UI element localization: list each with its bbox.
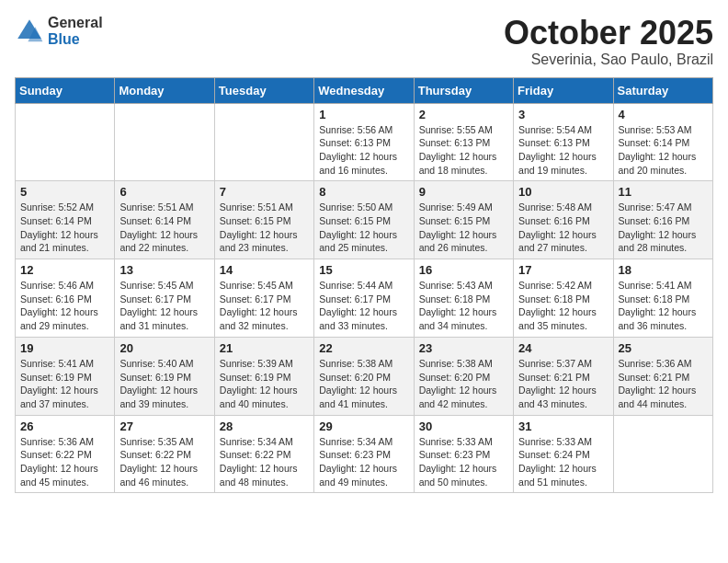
day-number: 16 bbox=[419, 263, 508, 277]
calendar-week-row: 5Sunrise: 5:52 AMSunset: 6:14 PMDaylight… bbox=[16, 181, 713, 259]
day-info: Sunrise: 5:51 AMSunset: 6:15 PMDaylight:… bbox=[220, 201, 309, 255]
table-row: 27Sunrise: 5:35 AMSunset: 6:22 PMDayligh… bbox=[115, 415, 214, 493]
day-number: 15 bbox=[319, 263, 408, 277]
table-row: 7Sunrise: 5:51 AMSunset: 6:15 PMDaylight… bbox=[214, 181, 313, 259]
calendar-body: 1Sunrise: 5:56 AMSunset: 6:13 PMDaylight… bbox=[16, 103, 713, 493]
table-row: 17Sunrise: 5:42 AMSunset: 6:18 PMDayligh… bbox=[514, 259, 613, 338]
header-monday: Monday bbox=[115, 77, 214, 103]
day-info: Sunrise: 5:33 AMSunset: 6:24 PMDaylight:… bbox=[518, 435, 608, 489]
table-row: 15Sunrise: 5:44 AMSunset: 6:17 PMDayligh… bbox=[314, 259, 414, 338]
day-info: Sunrise: 5:56 AMSunset: 6:13 PMDaylight:… bbox=[319, 123, 408, 178]
table-row: 22Sunrise: 5:38 AMSunset: 6:20 PMDayligh… bbox=[314, 337, 414, 415]
day-number: 14 bbox=[220, 263, 309, 277]
day-number: 18 bbox=[619, 263, 708, 277]
day-number: 12 bbox=[20, 263, 109, 277]
day-number: 7 bbox=[220, 185, 309, 199]
table-row: 16Sunrise: 5:43 AMSunset: 6:18 PMDayligh… bbox=[414, 259, 513, 338]
day-info: Sunrise: 5:54 AMSunset: 6:13 PMDaylight:… bbox=[518, 123, 608, 178]
day-info: Sunrise: 5:43 AMSunset: 6:18 PMDaylight:… bbox=[419, 279, 508, 333]
days-of-week-row: Sunday Monday Tuesday Wednesday Thursday… bbox=[16, 77, 713, 103]
day-info: Sunrise: 5:55 AMSunset: 6:13 PMDaylight:… bbox=[419, 123, 508, 178]
day-number: 10 bbox=[518, 185, 608, 199]
day-number: 6 bbox=[119, 185, 209, 199]
day-info: Sunrise: 5:42 AMSunset: 6:18 PMDaylight:… bbox=[518, 279, 608, 333]
day-number: 4 bbox=[619, 108, 708, 121]
day-number: 31 bbox=[518, 419, 608, 433]
day-number: 5 bbox=[20, 185, 109, 199]
table-row: 8Sunrise: 5:50 AMSunset: 6:15 PMDaylight… bbox=[314, 181, 414, 259]
table-row: 28Sunrise: 5:34 AMSunset: 6:22 PMDayligh… bbox=[214, 415, 313, 493]
day-info: Sunrise: 5:52 AMSunset: 6:14 PMDaylight:… bbox=[20, 201, 109, 255]
table-row: 26Sunrise: 5:36 AMSunset: 6:22 PMDayligh… bbox=[16, 415, 115, 493]
calendar-week-row: 1Sunrise: 5:56 AMSunset: 6:13 PMDaylight… bbox=[16, 103, 713, 181]
table-row bbox=[16, 103, 115, 181]
table-row: 31Sunrise: 5:33 AMSunset: 6:24 PMDayligh… bbox=[514, 415, 613, 493]
day-number: 1 bbox=[319, 108, 408, 121]
day-info: Sunrise: 5:41 AMSunset: 6:19 PMDaylight:… bbox=[20, 357, 109, 411]
day-number: 11 bbox=[619, 185, 708, 199]
table-row: 20Sunrise: 5:40 AMSunset: 6:19 PMDayligh… bbox=[115, 337, 214, 415]
table-row: 23Sunrise: 5:38 AMSunset: 6:20 PMDayligh… bbox=[414, 337, 513, 415]
table-row: 9Sunrise: 5:49 AMSunset: 6:15 PMDaylight… bbox=[414, 181, 513, 259]
day-info: Sunrise: 5:41 AMSunset: 6:18 PMDaylight:… bbox=[619, 279, 708, 333]
day-info: Sunrise: 5:44 AMSunset: 6:17 PMDaylight:… bbox=[319, 279, 408, 333]
table-row: 1Sunrise: 5:56 AMSunset: 6:13 PMDaylight… bbox=[314, 103, 414, 181]
calendar-week-row: 26Sunrise: 5:36 AMSunset: 6:22 PMDayligh… bbox=[16, 415, 713, 493]
day-info: Sunrise: 5:47 AMSunset: 6:16 PMDaylight:… bbox=[619, 201, 708, 255]
day-number: 22 bbox=[319, 341, 408, 355]
header-sunday: Sunday bbox=[16, 77, 115, 103]
table-row: 3Sunrise: 5:54 AMSunset: 6:13 PMDaylight… bbox=[514, 103, 613, 181]
table-row: 10Sunrise: 5:48 AMSunset: 6:16 PMDayligh… bbox=[514, 181, 613, 259]
day-info: Sunrise: 5:33 AMSunset: 6:23 PMDaylight:… bbox=[419, 435, 508, 489]
day-info: Sunrise: 5:38 AMSunset: 6:20 PMDaylight:… bbox=[419, 357, 508, 411]
day-info: Sunrise: 5:48 AMSunset: 6:16 PMDaylight:… bbox=[518, 201, 608, 255]
day-info: Sunrise: 5:38 AMSunset: 6:20 PMDaylight:… bbox=[319, 357, 408, 411]
day-info: Sunrise: 5:34 AMSunset: 6:23 PMDaylight:… bbox=[319, 435, 408, 489]
day-info: Sunrise: 5:46 AMSunset: 6:16 PMDaylight:… bbox=[20, 279, 109, 333]
day-info: Sunrise: 5:36 AMSunset: 6:21 PMDaylight:… bbox=[619, 357, 708, 411]
header-thursday: Thursday bbox=[414, 77, 513, 103]
table-row: 21Sunrise: 5:39 AMSunset: 6:19 PMDayligh… bbox=[214, 337, 313, 415]
table-row: 11Sunrise: 5:47 AMSunset: 6:16 PMDayligh… bbox=[613, 181, 712, 259]
calendar-table: Sunday Monday Tuesday Wednesday Thursday… bbox=[15, 77, 713, 494]
table-row bbox=[613, 415, 712, 493]
table-row: 2Sunrise: 5:55 AMSunset: 6:13 PMDaylight… bbox=[414, 103, 513, 181]
day-number: 27 bbox=[119, 419, 209, 433]
day-number: 17 bbox=[518, 263, 608, 277]
day-info: Sunrise: 5:37 AMSunset: 6:21 PMDaylight:… bbox=[518, 357, 608, 411]
table-row: 18Sunrise: 5:41 AMSunset: 6:18 PMDayligh… bbox=[613, 259, 712, 338]
day-info: Sunrise: 5:50 AMSunset: 6:15 PMDaylight:… bbox=[319, 201, 408, 255]
table-row: 24Sunrise: 5:37 AMSunset: 6:21 PMDayligh… bbox=[514, 337, 613, 415]
day-number: 26 bbox=[20, 419, 109, 433]
day-number: 3 bbox=[518, 108, 608, 121]
day-number: 28 bbox=[220, 419, 309, 433]
table-row bbox=[214, 103, 313, 181]
day-number: 21 bbox=[220, 341, 309, 355]
day-info: Sunrise: 5:35 AMSunset: 6:22 PMDaylight:… bbox=[119, 435, 209, 489]
day-info: Sunrise: 5:36 AMSunset: 6:22 PMDaylight:… bbox=[20, 435, 109, 489]
day-info: Sunrise: 5:45 AMSunset: 6:17 PMDaylight:… bbox=[119, 279, 209, 333]
logo-icon bbox=[15, 17, 44, 46]
logo-blue-text: Blue bbox=[48, 31, 103, 48]
table-row: 25Sunrise: 5:36 AMSunset: 6:21 PMDayligh… bbox=[613, 337, 712, 415]
day-number: 2 bbox=[419, 108, 508, 121]
day-number: 23 bbox=[419, 341, 508, 355]
day-number: 29 bbox=[319, 419, 408, 433]
day-info: Sunrise: 5:34 AMSunset: 6:22 PMDaylight:… bbox=[220, 435, 309, 489]
table-row: 12Sunrise: 5:46 AMSunset: 6:16 PMDayligh… bbox=[16, 259, 115, 338]
day-number: 8 bbox=[319, 185, 408, 199]
day-info: Sunrise: 5:51 AMSunset: 6:14 PMDaylight:… bbox=[119, 201, 209, 255]
logo-text: General Blue bbox=[48, 15, 103, 47]
logo: General Blue bbox=[15, 15, 103, 47]
calendar-week-row: 19Sunrise: 5:41 AMSunset: 6:19 PMDayligh… bbox=[16, 337, 713, 415]
day-number: 25 bbox=[619, 341, 708, 355]
table-row: 29Sunrise: 5:34 AMSunset: 6:23 PMDayligh… bbox=[314, 415, 414, 493]
table-row: 30Sunrise: 5:33 AMSunset: 6:23 PMDayligh… bbox=[414, 415, 513, 493]
table-row: 19Sunrise: 5:41 AMSunset: 6:19 PMDayligh… bbox=[16, 337, 115, 415]
header-tuesday: Tuesday bbox=[214, 77, 313, 103]
table-row: 4Sunrise: 5:53 AMSunset: 6:14 PMDaylight… bbox=[613, 103, 712, 181]
day-info: Sunrise: 5:53 AMSunset: 6:14 PMDaylight:… bbox=[619, 123, 708, 178]
day-number: 19 bbox=[20, 341, 109, 355]
logo-general-text: General bbox=[48, 15, 103, 31]
table-row bbox=[115, 103, 214, 181]
